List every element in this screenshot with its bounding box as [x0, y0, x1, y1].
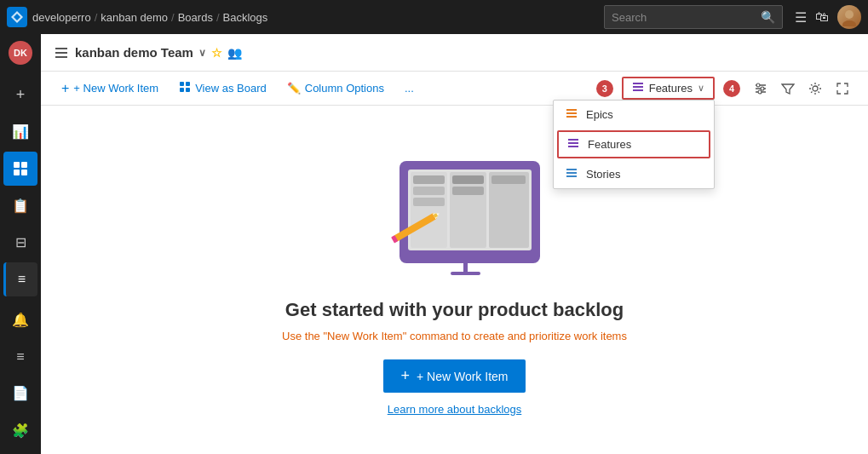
- chart-icon: 📊: [12, 124, 29, 140]
- svg-point-30: [758, 90, 762, 94]
- breadcrumb-backlogs[interactable]: Backlogs: [223, 11, 268, 24]
- sidebar-item-extensions[interactable]: 🧩: [3, 414, 37, 447]
- svg-point-1: [842, 20, 856, 26]
- empty-state-heading: Get started with your product backlog: [285, 299, 624, 321]
- backlogs-nav-icon: [55, 46, 68, 60]
- user-avatar[interactable]: [837, 5, 861, 29]
- features-chevron-icon: ∨: [698, 83, 704, 94]
- favorite-star-icon[interactable]: ☆: [211, 46, 222, 60]
- svg-rect-40: [452, 175, 484, 184]
- board-view-icon: [179, 81, 191, 95]
- svg-rect-16: [566, 109, 577, 111]
- svg-rect-41: [452, 187, 484, 195]
- plus-icon: +: [16, 86, 26, 104]
- fullscreen-icon-btn[interactable]: [831, 77, 854, 101]
- svg-rect-10: [186, 82, 190, 86]
- dropdown-item-epics[interactable]: Epics: [554, 101, 714, 129]
- more-icon: ...: [405, 82, 414, 95]
- sidebar-item-filter[interactable]: ≡: [3, 340, 37, 373]
- sidebar-item-boards[interactable]: [3, 152, 37, 185]
- new-work-item-button[interactable]: + + New Work Item: [55, 78, 165, 100]
- app-logo[interactable]: [7, 7, 27, 27]
- team-chevron-icon[interactable]: ∨: [198, 47, 206, 59]
- features-dropdown-icon: [632, 81, 644, 95]
- toolbar: + + New Work Item View as Board ✏️ Colum…: [41, 72, 868, 106]
- search-input[interactable]: [612, 11, 761, 24]
- search-icon: 🔍: [761, 10, 775, 24]
- filter-icon-btn[interactable]: [776, 77, 800, 101]
- breadcrumb-project[interactable]: kanban demo: [101, 11, 168, 24]
- new-work-item-main-button[interactable]: + + New Work Item: [383, 359, 525, 393]
- svg-rect-21: [568, 146, 578, 147]
- plus-btn-icon: +: [400, 367, 410, 385]
- svg-rect-5: [21, 170, 27, 175]
- sidebar-item-add[interactable]: +: [3, 78, 37, 111]
- svg-rect-13: [633, 83, 643, 84]
- svg-rect-18: [566, 116, 577, 118]
- more-options-button[interactable]: ...: [398, 78, 421, 98]
- view-as-board-button[interactable]: View as Board: [172, 78, 273, 99]
- svg-rect-20: [568, 142, 578, 144]
- powerbi-icon: 📄: [12, 385, 29, 401]
- svg-rect-3: [21, 162, 27, 168]
- sidebar-item-sprints[interactable]: ⊟: [3, 226, 37, 259]
- top-bar: developerro / kanban demo / Boards / Bac…: [0, 0, 868, 34]
- breadcrumb-org[interactable]: developerro: [32, 11, 91, 24]
- sidebar-item-summary[interactable]: 📊: [3, 115, 37, 148]
- svg-rect-6: [55, 48, 67, 49]
- features-dropdown-button[interactable]: Features ∨: [622, 77, 715, 100]
- dropdown-item-features[interactable]: Features: [557, 130, 710, 158]
- main-content: Get started with your product backlog Us…: [41, 106, 868, 454]
- queries-icon: ≡: [18, 272, 26, 287]
- filter-icon: ≡: [16, 349, 24, 365]
- gear-icon-btn[interactable]: [803, 77, 827, 101]
- svg-rect-17: [566, 112, 577, 114]
- annotation-4: 4: [723, 80, 740, 97]
- user-initials-avatar[interactable]: DK: [9, 41, 32, 65]
- svg-rect-14: [633, 86, 643, 88]
- content-area: kanban demo Team ∨ ☆ 👥 + + New Work Item: [41, 34, 868, 454]
- sidebar-item-notifications[interactable]: 🔔: [3, 303, 37, 336]
- svg-rect-37: [413, 175, 445, 184]
- empty-state-subtext: Use the "New Work Item" command to creat…: [282, 330, 627, 342]
- svg-rect-8: [55, 56, 67, 58]
- svg-point-0: [845, 10, 854, 19]
- sidebar-item-backlogs[interactable]: 📋: [3, 189, 37, 222]
- side-nav: DK + 📊 📋 ⊟ ≡ 🔔 ≡: [0, 34, 41, 454]
- settings-view-icon[interactable]: [749, 77, 773, 101]
- team-members-icon[interactable]: 👥: [227, 46, 242, 60]
- extensions-icon: 🧩: [12, 422, 29, 439]
- breadcrumb-boards[interactable]: Boards: [178, 11, 213, 24]
- svg-rect-15: [633, 89, 643, 91]
- svg-rect-12: [186, 88, 190, 92]
- team-name-display: kanban demo Team ∨ ☆ 👥: [75, 45, 242, 60]
- svg-rect-11: [180, 88, 184, 92]
- learn-more-link[interactable]: Learn more about backlogs: [388, 403, 522, 416]
- toolbar-right-icons: [749, 77, 854, 101]
- breadcrumb: developerro / kanban demo / Boards / Bac…: [32, 11, 267, 24]
- menu-icon[interactable]: ☰: [795, 9, 807, 26]
- column-options-icon: ✏️: [287, 82, 301, 95]
- svg-rect-19: [568, 139, 578, 141]
- svg-rect-7: [55, 52, 67, 54]
- sidebar-item-powerbi[interactable]: 📄: [3, 376, 37, 410]
- svg-rect-39: [413, 198, 445, 206]
- dropdown-item-stories[interactable]: Stories: [554, 160, 714, 188]
- svg-point-29: [761, 87, 764, 90]
- svg-rect-23: [566, 172, 577, 174]
- sidebar-item-queries[interactable]: ≡: [3, 262, 37, 296]
- svg-point-28: [756, 83, 760, 87]
- sprints-icon: ⊟: [15, 234, 26, 250]
- svg-rect-9: [180, 82, 184, 86]
- features-list-icon: [567, 137, 579, 152]
- features-dropdown-menu: Epics Features: [553, 100, 715, 189]
- kanban-board-svg: [365, 144, 544, 276]
- basket-icon[interactable]: 🛍: [815, 9, 829, 25]
- plus-icon: +: [61, 81, 69, 96]
- sub-header: kanban demo Team ∨ ☆ 👥: [41, 34, 868, 72]
- column-options-button[interactable]: ✏️ Column Options: [280, 78, 391, 98]
- search-box[interactable]: 🔍: [604, 5, 783, 29]
- features-dropdown: Features ∨ Epics: [622, 77, 715, 100]
- svg-rect-44: [451, 272, 480, 275]
- epics-icon: [566, 107, 578, 122]
